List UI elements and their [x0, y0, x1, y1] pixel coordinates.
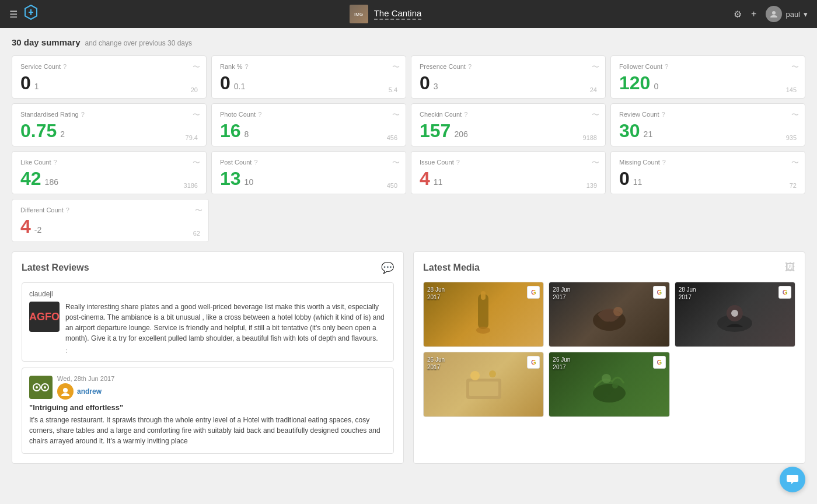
metric-label: Photo Count ? — [220, 111, 397, 118]
metric-values: 157 206 — [420, 121, 597, 140]
metric-checkin-count: Checkin Count ? 〜 157 206 9188 — [411, 103, 606, 146]
media-date: 28 Jun2017 — [679, 286, 696, 301]
metric-label: Review Count ? — [619, 111, 797, 118]
svg-point-4 — [44, 386, 46, 388]
tripadvisor-icon — [29, 376, 53, 399]
trend-icon[interactable]: 〜 — [592, 62, 599, 72]
metric-trend: 62 — [193, 230, 200, 237]
metric-trend: 450 — [387, 182, 397, 189]
review-item: claudejl AGFO Really interesting share p… — [22, 282, 394, 362]
metric-main-value: 30 — [619, 121, 640, 140]
help-icon[interactable]: ? — [245, 63, 249, 70]
metric-secondary-value: 186 — [45, 177, 58, 187]
metric-label: Issue Count ? — [420, 159, 597, 166]
svg-point-9 — [476, 327, 490, 334]
svg-rect-8 — [481, 291, 486, 300]
metric-secondary-value: 8 — [245, 130, 249, 139]
svg-point-11 — [613, 307, 623, 316]
metric-secondary-value: -2 — [34, 225, 41, 235]
venue-selector[interactable]: IMG The Cantina — [44, 5, 727, 23]
media-grid: 28 Jun2017 G 28 Jun20 — [423, 282, 795, 417]
add-icon[interactable]: + — [751, 9, 756, 19]
metric-trend: 20 — [191, 86, 198, 93]
svg-point-0 — [772, 11, 776, 15]
trend-icon[interactable]: 〜 — [392, 110, 400, 120]
trend-icon[interactable]: 〜 — [193, 62, 200, 72]
trend-icon[interactable]: 〜 — [195, 205, 202, 216]
metric-values: 16 8 — [220, 121, 397, 140]
review-item-2: Wed, 28th Jun 2017 andrew "Intriguing an… — [22, 368, 394, 454]
user-menu[interactable]: paul ▾ — [766, 6, 808, 22]
metric-icons: 〜 — [392, 158, 400, 168]
venue-thumbnail: IMG — [350, 5, 368, 23]
metric-follower: Follower Count ? 〜 120 0 145 — [610, 55, 805, 99]
metric-values: 42 186 — [20, 169, 198, 188]
latest-reviews-panel: Latest Reviews 💬 claudejl AGFO Really in… — [12, 251, 404, 464]
help-icon[interactable]: ? — [662, 159, 666, 166]
google-maps-badge: G — [778, 286, 791, 299]
metric-like-count: Like Count ? 〜 42 186 3186 — [12, 151, 207, 194]
review2-text: It's a strange restaurant. It sprawls th… — [29, 415, 386, 446]
help-icon[interactable]: ? — [254, 159, 257, 166]
image-icon: 🖼 — [785, 261, 795, 274]
help-icon[interactable]: ? — [54, 159, 57, 166]
trend-icon[interactable]: 〜 — [193, 110, 200, 120]
metric-standardised-rating: Standardised Rating ? 〜 0.75 2 79.4 — [12, 103, 207, 146]
metric-main-value: 42 — [20, 169, 41, 188]
metric-icons: 〜 — [791, 110, 799, 120]
trend-icon[interactable]: 〜 — [791, 158, 799, 168]
chat-bubble-icon: 💬 — [381, 261, 394, 274]
metric-trend: 456 — [387, 134, 397, 141]
trend-icon[interactable]: 〜 — [592, 110, 599, 120]
venue-name[interactable]: The Cantina — [374, 8, 422, 20]
media-item: 28 Jun2017 G — [675, 282, 795, 347]
help-icon[interactable]: ? — [464, 111, 467, 118]
google-maps-badge: G — [653, 286, 666, 299]
trend-icon[interactable]: 〜 — [592, 158, 599, 168]
metrics-row-4: Different Count ? 〜 4 -2 62 — [12, 199, 805, 242]
trend-icon[interactable]: 〜 — [392, 158, 400, 168]
settings-icon[interactable]: ⚙ — [734, 9, 742, 20]
help-icon[interactable]: ? — [665, 63, 668, 70]
metric-values: 120 0 — [619, 74, 797, 92]
metric-main-value: 0 — [220, 74, 231, 92]
help-icon[interactable]: ? — [66, 206, 69, 214]
review2-title: "Intriguing and effortless" — [29, 403, 386, 412]
help-icon[interactable]: ? — [258, 111, 261, 118]
metric-icons: 〜 — [392, 62, 400, 72]
help-icon[interactable]: ? — [81, 111, 85, 118]
media-date: 26 Jun2017 — [427, 356, 445, 371]
metric-label: Checkin Count ? — [420, 111, 597, 118]
help-icon[interactable]: ? — [661, 111, 665, 118]
media-date: 28 Jun2017 — [427, 286, 445, 301]
header: ☰ IMG The Cantina ⚙ + paul ▾ — [0, 0, 817, 28]
trend-icon[interactable]: 〜 — [791, 110, 799, 120]
header-actions: ⚙ + paul ▾ — [734, 6, 808, 22]
help-icon[interactable]: ? — [456, 159, 460, 166]
help-icon[interactable]: ? — [468, 63, 472, 70]
metric-trend: 935 — [786, 134, 797, 141]
help-icon[interactable]: ? — [63, 63, 67, 70]
metric-issue-count: Issue Count ? 〜 4 11 139 — [411, 151, 606, 194]
summary-title: 30 day summary — [12, 37, 81, 47]
metric-values: 0 1 — [20, 74, 198, 92]
metric-secondary-value: 10 — [245, 177, 254, 187]
metric-values: 13 10 — [220, 169, 397, 188]
review2-date: Wed, 28th Jun 2017 — [57, 375, 114, 382]
metric-icons: 〜 — [592, 62, 599, 72]
hamburger-menu[interactable]: ☰ — [9, 9, 18, 20]
metric-main-value: 0 — [420, 74, 430, 92]
metric-label: Different Count ? — [20, 206, 200, 214]
trend-icon[interactable]: 〜 — [392, 62, 400, 72]
metric-secondary-value: 0 — [654, 82, 658, 91]
metric-trend: 72 — [790, 182, 797, 189]
trend-icon[interactable]: 〜 — [791, 62, 799, 72]
metric-icons: 〜 — [592, 158, 599, 168]
trend-icon[interactable]: 〜 — [193, 158, 200, 168]
media-date: 26 Jun2017 — [553, 356, 570, 371]
panel-header: Latest Media 🖼 — [423, 261, 795, 274]
svg-point-18 — [489, 370, 496, 377]
chevron-down-icon: ▾ — [804, 10, 808, 19]
svg-point-17 — [470, 371, 480, 380]
metric-label: Presence Count ? — [420, 63, 597, 70]
